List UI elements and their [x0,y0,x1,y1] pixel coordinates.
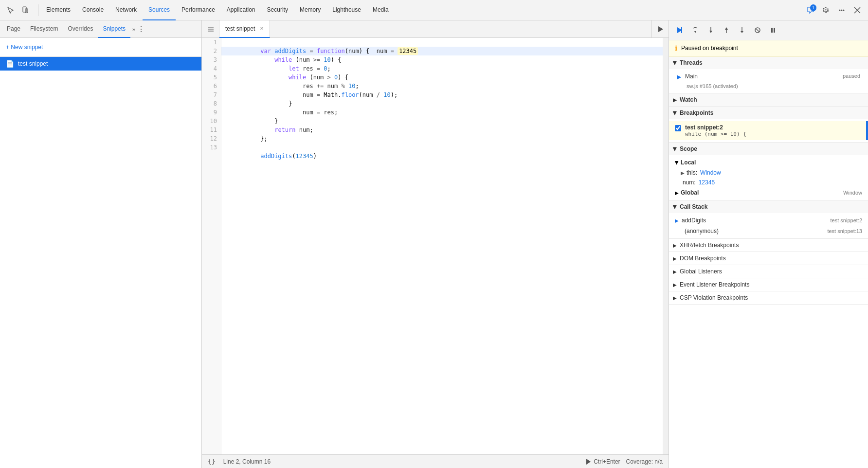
dom-breakpoints-header[interactable]: ▶ DOM Breakpoints [669,252,868,265]
file-tab-test-snippet[interactable]: test snippet ✕ [219,20,270,38]
global-listeners-expand-icon: ▶ [673,269,677,274]
call-location-0: test snippet:2 [831,217,862,223]
global-listeners-header[interactable]: ▶ Global Listeners [669,265,868,278]
settings-button[interactable] [819,3,833,17]
this-expand-icon: ▶ [681,170,685,176]
breakpoint-item-0: test snippet:2 while (num >= 10) { [669,121,868,140]
svg-marker-17 [741,31,743,33]
run-snippet-button[interactable] [651,20,669,38]
step-out-button[interactable] [720,23,733,37]
ln-7: 7 [202,90,221,99]
feedback-button[interactable]: 1 [804,3,817,17]
sub-tab-overrides[interactable]: Overrides [63,20,98,38]
tab-network[interactable]: Network [109,0,143,20]
call-stack-header[interactable]: ▶ Call Stack [669,200,868,213]
global-scope-header[interactable]: ▶ Global Window [669,187,868,198]
sub-tabs-more[interactable]: ⋮ [137,24,145,34]
device-icon-btn[interactable] [18,3,32,17]
svg-rect-7 [208,31,214,32]
file-tab-label: test snippet [225,25,255,32]
file-tab-bar: test snippet ✕ [202,20,669,38]
breakpoint-item-text: test snippet:2 while (num >= 10) { [685,124,746,137]
svg-rect-20 [771,28,773,33]
deactivate-breakpoints-button[interactable] [751,23,764,37]
code-editor[interactable]: 1 2 3 4 5 6 7 8 9 10 11 12 13 var addDig… [202,38,669,454]
file-tab-close-icon[interactable]: ✕ [260,26,264,31]
toolbar-right-actions: 1 [804,3,864,17]
svg-rect-10 [681,27,682,33]
tab-security[interactable]: Security [261,0,294,20]
tab-memory[interactable]: Memory [294,0,326,20]
ln-5: 5 [202,73,221,82]
sub-tab-snippets[interactable]: Snippets [98,20,130,38]
scope-this-row[interactable]: ▶ this: Window [669,168,868,178]
format-button[interactable]: {} [208,458,216,465]
watch-expand-icon: ▶ [673,97,677,103]
sub-tab-filesystem[interactable]: Filesystem [25,20,63,38]
tab-sources[interactable]: Sources [143,0,176,20]
thread-info: Main [685,73,698,80]
ln-1: 1 [202,38,221,47]
new-snippet-button[interactable]: + New snippet [6,42,43,53]
run-shortcut-label: Ctrl+Enter [594,458,620,465]
center-panel: test snippet ✕ 1 2 3 4 5 6 7 8 9 10 11 1… [202,20,669,468]
csp-expand-icon: ▶ [673,295,677,301]
sub-tabs-overflow[interactable]: » [132,26,135,32]
step-over-button[interactable] [688,23,702,37]
csp-violation-breakpoints-section: ▶ CSP Violation Breakpoints [669,291,868,305]
step-button[interactable] [735,23,749,37]
tab-elements[interactable]: Elements [40,0,76,20]
ln-9: 9 [202,108,221,117]
svg-rect-0 [23,7,26,12]
step-into-button[interactable] [704,23,718,37]
tab-lighthouse[interactable]: Lighthouse [326,0,367,20]
scope-num-key: num: [683,179,696,186]
inspect-icon-btn[interactable] [4,3,18,17]
local-scope-header[interactable]: ▶ Local [669,157,868,168]
threads-label: Threads [680,59,703,66]
thread-name: Main [685,73,698,80]
ln-11: 11 [202,126,221,134]
toolbar-icon-group [4,3,32,17]
call-location-1: test snippet:13 [827,228,862,234]
global-listeners-label: Global Listeners [680,268,722,275]
code-scrollbar[interactable] [663,38,669,454]
call-stack-expand-icon: ▶ [672,205,678,209]
tab-performance[interactable]: Performance [176,0,221,20]
tab-media[interactable]: Media [367,0,395,20]
dom-expand-icon: ▶ [673,256,677,261]
pause-on-exceptions-button[interactable] [766,23,780,37]
run-hint[interactable]: Ctrl+Enter [586,458,620,465]
xhr-breakpoints-section: ▶ XHR/fetch Breakpoints [669,239,868,252]
run-triangle-icon [586,459,591,465]
event-listener-breakpoints-header[interactable]: ▶ Event Listener Breakpoints [669,278,868,291]
breakpoints-label: Breakpoints [680,109,713,116]
code-lines-container[interactable]: var addDigits = function(num) { num = 12… [221,38,663,454]
call-name-1: (anonymous) [685,228,824,234]
sub-tab-page[interactable]: Page [2,20,25,38]
tab-application[interactable]: Application [221,0,261,20]
scope-expand-icon: ▶ [672,147,678,151]
breakpoints-header[interactable]: ▶ Breakpoints [669,107,868,119]
call-stack-item-0[interactable]: ▶ addDigits test snippet:2 [669,215,868,226]
scope-header[interactable]: ▶ Scope [669,143,868,155]
toolbar-separator-1 [38,4,38,16]
breakpoint-checkbox[interactable] [675,125,681,131]
resume-button[interactable] [673,23,687,37]
threads-header[interactable]: ▶ Threads [669,56,868,69]
thread-sub-info: sw.js #165 (activated) [669,82,868,91]
info-icon: ℹ [675,44,677,52]
xhr-breakpoints-header[interactable]: ▶ XHR/fetch Breakpoints [669,239,868,252]
watch-header[interactable]: ▶ Watch [669,93,868,106]
call-stack-item-1[interactable]: (anonymous) test snippet:13 [669,226,868,236]
csp-violation-breakpoints-header[interactable]: ▶ CSP Violation Breakpoints [669,291,868,304]
snippet-item-test[interactable]: 📄 test snippet [0,57,201,71]
tab-console[interactable]: Console [76,0,109,20]
feedback-badge: 1 [810,4,816,11]
svg-marker-15 [725,27,728,30]
close-devtools-button[interactable] [850,3,864,17]
xhr-breakpoints-label: XHR/fetch Breakpoints [680,242,739,249]
global-listeners-section: ▶ Global Listeners [669,265,868,278]
toggle-sidebar-button[interactable] [202,20,219,38]
more-tools-button[interactable] [835,3,849,17]
